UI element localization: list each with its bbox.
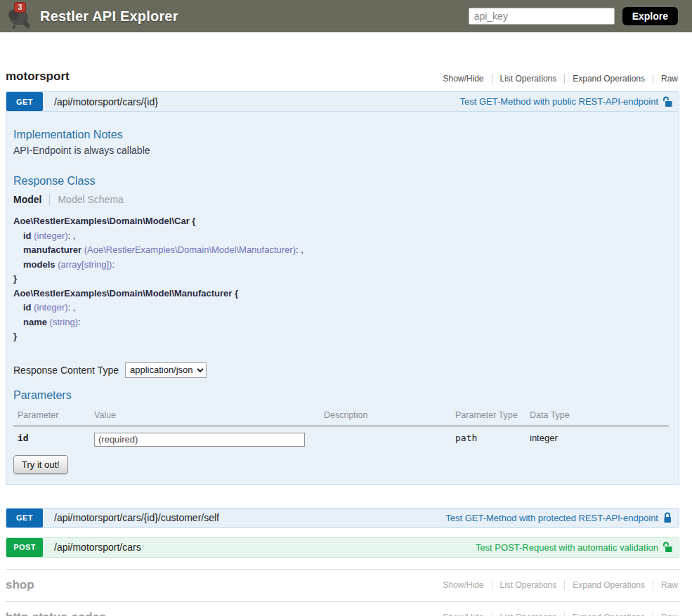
response-content-type-select[interactable]: application/json [125,362,207,378]
model-signature: Aoe\RestlerExamples\Domain\Model\Car { i… [13,214,669,344]
parameters-heading: Parameters [13,389,669,402]
section-title-http-status-codes: http-status-codes [6,610,106,616]
method-badge-get: GET [6,92,43,111]
list-operations-link[interactable]: List Operations [492,580,565,590]
operation-heading-post-cars[interactable]: POST /api/motorsport/cars Test POST-Requ… [6,537,679,558]
param-value-input[interactable] [94,433,305,447]
access-info-link[interactable]: Test GET-Method with public REST-API-end… [459,96,672,107]
col-parameter: Parameter [13,405,90,426]
access-info-label: Test GET-Method with protected REST-API-… [445,513,658,523]
list-operations-link[interactable]: List Operations [492,612,565,616]
page-title: Restler API Explorer [40,8,178,25]
section-title-shop: shop [6,578,34,592]
app-header: 3 Restler API Explorer Explore [0,0,692,32]
operation-get-car-by-id: GET /api/motorsport/cars/{id} Test GET-M… [6,91,679,485]
access-info-label: Test GET-Method with public REST-API-end… [459,96,658,107]
operation-get-customer-self: GET /api/motorsport/cars/{id}/customer/s… [6,508,679,528]
response-content-type-row: Response Content Type application/json [13,362,669,378]
operation-heading-get-customer[interactable]: GET /api/motorsport/cars/{id}/customer/s… [6,508,679,528]
section-header-motorsport: motorsport Show/Hide List Operations Exp… [6,67,679,91]
col-data-type: Data Type [525,405,669,426]
try-it-out-button[interactable]: Try it out! [13,455,68,474]
raw-link[interactable]: Raw [653,612,679,616]
operation-post-cars: POST /api/motorsport/cars Test POST-Requ… [6,537,679,558]
method-badge-get: GET [6,509,43,527]
param-description [320,426,451,448]
response-class-heading: Response Class [13,175,669,188]
raw-link[interactable]: Raw [653,74,679,84]
model-line: id (integer): , [13,301,669,315]
param-type: path [451,426,525,448]
section-title-motorsport: motorsport [6,70,70,84]
model-line: name (string): [13,315,669,330]
parameters-table: Parameter Value Description Parameter Ty… [13,405,669,448]
access-info-link[interactable]: Test GET-Method with protected REST-API-… [445,512,672,523]
endpoint-path-link[interactable]: /api/motorsport/cars [54,542,476,553]
tab-model-schema[interactable]: Model Schema [50,194,123,205]
show-hide-link[interactable]: Show/Hide [436,612,492,616]
implementation-notes-text: API-Endpoint is always callable [13,145,669,156]
restler-logo-icon: 3 [6,1,34,31]
param-data-type: integer [525,426,669,448]
list-operations-link[interactable]: List Operations [492,74,565,84]
model-line: Aoe\RestlerExamples\Domain\Model\Car { [13,214,669,229]
section-controls-http-status-codes: Show/Hide List Operations Expand Operati… [436,612,680,616]
lock-closed-icon [662,512,672,523]
expand-operations-link[interactable]: Expand Operations [564,612,653,616]
show-hide-link[interactable]: Show/Hide [436,74,492,84]
access-info-link[interactable]: Test POST-Request with automatic validat… [476,542,672,553]
model-line: manufacturer (Aoe\RestlerExamples\Domain… [13,243,669,258]
response-class-tabs: Model Model Schema [13,194,669,205]
implementation-notes-heading: Implementation Notes [13,129,669,141]
col-value: Value [90,405,320,426]
parameter-row-id: id path integer [13,426,669,448]
model-line: id (integer): , [13,229,669,244]
section-header-shop: shop Show/Hide List Operations Expand Op… [6,569,679,601]
tab-model[interactable]: Model [13,194,50,205]
response-content-type-label: Response Content Type [13,365,119,376]
unlock-open-icon [662,542,672,553]
expand-operations-link[interactable]: Expand Operations [564,580,653,590]
show-hide-link[interactable]: Show/Hide [436,580,492,590]
section-controls-shop: Show/Hide List Operations Expand Operati… [436,580,680,590]
method-badge-post: POST [6,538,43,557]
operation-details-panel: Implementation Notes API-Endpoint is alw… [6,112,679,485]
col-description: Description [320,405,451,426]
parameters-header-row: Parameter Value Description Parameter Ty… [13,405,669,426]
param-name: id [13,426,90,448]
section-header-http-status-codes: http-status-codes Show/Hide List Operati… [6,601,679,616]
col-parameter-type: Parameter Type [451,405,525,426]
logo-version-badge: 3 [14,2,26,13]
access-info-label: Test POST-Request with automatic validat… [476,542,658,553]
main-content: motorsport Show/Hide List Operations Exp… [6,67,679,616]
api-key-input[interactable] [469,8,615,25]
endpoint-path-link[interactable]: /api/motorsport/cars/{id}/customer/self [54,512,445,523]
endpoint-path-link[interactable]: /api/motorsport/cars/{id} [54,96,459,107]
section-controls-motorsport: Show/Hide List Operations Expand Operati… [436,74,680,84]
expand-operations-link[interactable]: Expand Operations [564,74,653,84]
model-line: } [13,329,669,344]
model-line: Aoe\RestlerExamples\Domain\Model\Manufac… [13,287,669,301]
raw-link[interactable]: Raw [653,580,679,590]
operation-heading-get-car[interactable]: GET /api/motorsport/cars/{id} Test GET-M… [6,91,679,112]
explore-button[interactable]: Explore [622,7,678,25]
model-line: models (array[string]): [13,258,669,273]
unlock-open-icon [662,96,672,107]
model-line: } [13,272,669,287]
